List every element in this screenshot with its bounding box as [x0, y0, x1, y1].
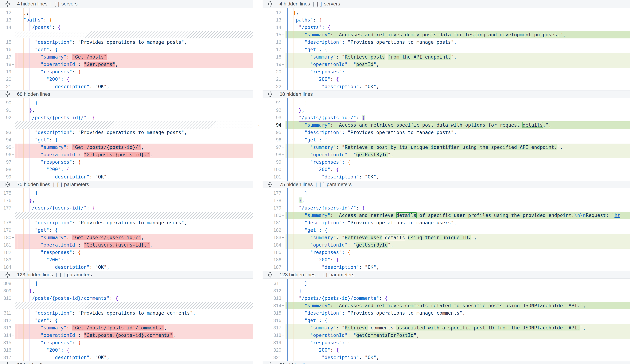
line-number[interactable]: 96 — [262, 136, 281, 144]
code-line[interactable]: 95− "summary": "Get /posts/{posts-id}/", — [0, 144, 253, 151]
line-number[interactable]: 92 — [262, 107, 281, 114]
hidden-lines-header[interactable]: 75 hidden lines|[ ]parameters — [262, 181, 630, 188]
unfold-hidden-lines-icon[interactable] — [4, 182, 10, 187]
code-line[interactable]: 183 "200": { — [0, 256, 253, 263]
code-line[interactable]: 20 "responses": { — [262, 68, 630, 75]
code-line[interactable]: 20 "200": { — [0, 75, 253, 83]
line-number[interactable]: 12 — [0, 9, 11, 16]
code-line[interactable]: 98+ "operationId": "getPostById", — [262, 151, 630, 158]
code-line[interactable]: 93 "/posts/{posts-id}/": { — [262, 114, 630, 121]
line-number[interactable]: 100 — [262, 166, 281, 173]
line-number[interactable]: 316 — [0, 346, 11, 354]
line-number[interactable]: 313 — [0, 324, 11, 332]
line-number[interactable]: 14 — [262, 24, 281, 31]
line-number[interactable]: 97 — [262, 144, 281, 151]
line-number[interactable]: 321 — [262, 354, 281, 361]
line-number[interactable]: 92 — [0, 114, 11, 121]
code-line[interactable]: 308 ] — [0, 280, 253, 287]
line-number[interactable]: 182 — [0, 249, 11, 256]
code-line[interactable]: 311 ] — [262, 280, 630, 287]
line-number[interactable]: 94 — [0, 136, 11, 144]
line-number[interactable]: 319 — [262, 339, 281, 346]
code-line[interactable]: 90 } — [0, 99, 253, 107]
line-number[interactable]: 99 — [0, 173, 11, 181]
line-number[interactable]: 308 — [0, 280, 11, 287]
code-line[interactable]: 177 "/users/{users-id}/": { — [0, 204, 253, 212]
line-number[interactable]: 187 — [262, 263, 281, 271]
line-number[interactable]: 179 — [262, 204, 281, 212]
line-number[interactable]: 22 — [262, 83, 281, 90]
line-number[interactable]: 19 — [0, 68, 11, 75]
line-number[interactable]: 94 — [262, 121, 281, 129]
line-number[interactable]: 95 — [0, 144, 11, 151]
line-number[interactable]: 184 — [0, 263, 11, 271]
line-number[interactable]: 320 — [262, 346, 281, 354]
line-number[interactable]: 93 — [262, 114, 281, 121]
line-number[interactable]: 177 — [0, 204, 11, 212]
code-line[interactable]: 17− "summary": "Get /posts", — [0, 53, 253, 61]
code-line[interactable]: 91 }, — [0, 107, 253, 114]
code-line[interactable]: 18− "operationId": "Get.posts", — [0, 61, 253, 68]
line-number[interactable]: 18 — [0, 61, 11, 68]
unfold-hidden-lines-icon[interactable] — [267, 91, 273, 97]
code-line[interactable]: 12 ], — [0, 9, 253, 16]
code-line[interactable]: 94+ "summary": "Access and retrieve spec… — [262, 121, 630, 129]
code-line[interactable]: 310 "/posts/{posts-id}/comments": { — [0, 295, 253, 302]
line-number[interactable]: 317 — [262, 324, 281, 332]
line-number[interactable]: 91 — [262, 99, 281, 107]
line-number[interactable]: 19 — [262, 61, 281, 68]
line-number[interactable]: 317 — [0, 354, 11, 361]
line-number[interactable]: 21 — [0, 83, 11, 90]
code-line[interactable]: 317 "description": "OK", — [0, 354, 253, 361]
line-number[interactable]: 20 — [262, 68, 281, 75]
line-number[interactable]: 17 — [262, 46, 281, 53]
code-line[interactable]: 97 "responses": { — [0, 158, 253, 166]
code-line[interactable]: 316 "get": { — [262, 317, 630, 324]
code-line[interactable]: 313− "summary": "Get /posts/{posts-id}/c… — [0, 324, 253, 332]
line-number[interactable]: 313 — [262, 295, 281, 302]
code-line[interactable]: 99 "description": "OK", — [0, 173, 253, 181]
line-number[interactable]: 93 — [0, 129, 11, 136]
line-number[interactable]: 183 — [262, 234, 281, 241]
code-line[interactable]: 15+ "summary": "Accesses and retrieves d… — [262, 31, 630, 38]
hidden-lines-header[interactable]: 123 hidden lines|[ ]parameters — [0, 271, 253, 279]
line-number[interactable]: 177 — [262, 189, 281, 197]
code-line[interactable]: 185 "responses": { — [262, 249, 630, 256]
code-line[interactable]: 175 ] — [0, 189, 253, 197]
code-line[interactable]: 176 }, — [0, 197, 253, 204]
line-number[interactable]: 99 — [262, 158, 281, 166]
code-line[interactable]: 13 "paths": { — [0, 16, 253, 24]
code-line[interactable]: 97+ "summary": "Retrieve a post by its u… — [262, 144, 630, 151]
hidden-lines-header[interactable]: 68 hidden lines — [262, 90, 630, 98]
unfold-hidden-lines-icon[interactable] — [4, 91, 10, 97]
code-line[interactable]: 92 "/posts/{posts-id}/": { — [0, 114, 253, 121]
code-line[interactable]: 19+ "operationId": "postId", — [262, 61, 630, 68]
line-number[interactable]: 20 — [0, 75, 11, 83]
line-number[interactable]: 18 — [262, 53, 281, 61]
line-number[interactable]: 176 — [0, 197, 11, 204]
code-line[interactable]: 14 "/posts": { — [262, 24, 630, 31]
code-line[interactable]: 98 "200": { — [0, 166, 253, 173]
line-number[interactable]: 16 — [262, 38, 281, 46]
code-line[interactable]: 177 ] — [262, 189, 630, 197]
code-line[interactable]: 180− "summary": "Get /users/{users-id}/"… — [0, 234, 253, 241]
url-link[interactable]: ht — [614, 212, 620, 218]
unfold-hidden-lines-icon[interactable] — [4, 272, 10, 278]
line-number[interactable]: 310 — [0, 295, 11, 302]
line-number[interactable]: 98 — [0, 166, 11, 173]
unfold-hidden-lines-icon[interactable] — [267, 1, 273, 7]
code-line[interactable]: 312 }, — [262, 287, 630, 295]
hidden-lines-header[interactable]: 68 hidden lines — [0, 90, 253, 98]
hidden-lines-header[interactable]: 89 hidden lines — [0, 361, 253, 364]
line-number[interactable]: 101 — [262, 173, 281, 181]
code-line[interactable]: 17 "get": { — [262, 46, 630, 53]
line-number[interactable]: 15 — [0, 38, 11, 46]
code-line[interactable]: 321 "description": "OK", — [262, 354, 630, 361]
line-number[interactable]: 311 — [262, 280, 281, 287]
code-line[interactable]: 184+ "operationId": "getUserById", — [262, 241, 630, 249]
line-number[interactable]: 179 — [0, 226, 11, 234]
code-line[interactable]: 316 "200": { — [0, 346, 253, 354]
line-number[interactable]: 181 — [0, 241, 11, 249]
code-line[interactable]: 181− "operationId": "Get.users.{users-id… — [0, 241, 253, 249]
code-line[interactable]: 315 "responses": { — [0, 339, 253, 346]
